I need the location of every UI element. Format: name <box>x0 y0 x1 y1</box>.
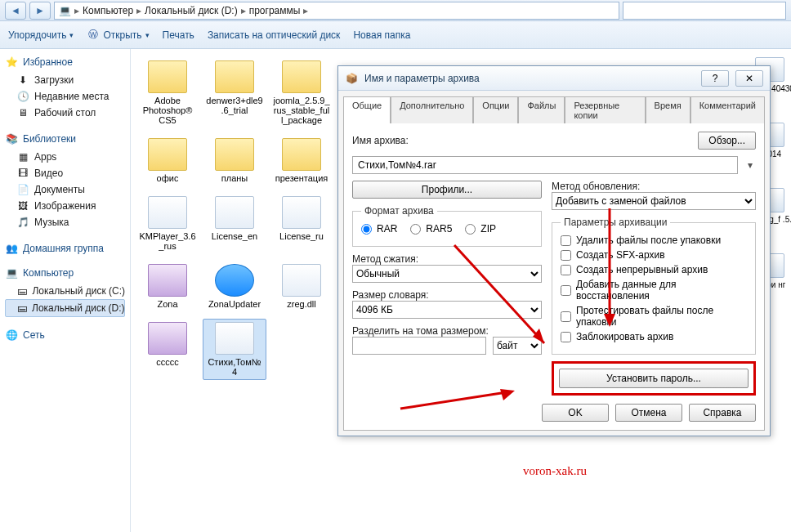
file-item[interactable]: офис <box>136 135 199 186</box>
set-password-button[interactable]: Установить пароль... <box>559 369 749 388</box>
toolbar: Упорядочить▾ ⓌОткрыть▾ Печать Записать н… <box>0 21 791 49</box>
print-button[interactable]: Печать <box>163 29 194 41</box>
computer-header[interactable]: 💻Компьютер <box>5 266 125 279</box>
sidebar-item-apps[interactable]: ▦Apps <box>5 149 125 165</box>
format-zip[interactable]: ZIP <box>465 223 496 235</box>
browse-button[interactable]: Обзор... <box>698 132 756 150</box>
password-highlight: Установить пароль... <box>552 361 756 396</box>
param-solid[interactable]: Создать непрерывный архив <box>561 264 747 275</box>
breadcrumb[interactable]: 💻 ▸ Компьютер ▸ Локальный диск (D:) ▸ пр… <box>54 2 619 20</box>
sidebar-item-music[interactable]: 🎵Музыка <box>5 214 125 230</box>
param-recovery[interactable]: Добавить данные для восстановления <box>561 279 747 302</box>
file-item[interactable]: KMPlayer_3.6_rus <box>136 193 199 254</box>
file-item[interactable]: ZonaUpdater <box>203 261 266 312</box>
winrar-icon: 📦 <box>345 72 358 85</box>
word-icon: Ⓦ <box>87 29 100 42</box>
file-item[interactable]: zreg.dll <box>270 261 333 312</box>
tab-comment[interactable]: Комментарий <box>690 96 765 123</box>
sidebar-item-video[interactable]: 🎞Видео <box>5 165 125 181</box>
update-method-select[interactable]: Добавить с заменой файлов <box>552 192 756 210</box>
format-rar[interactable]: RAR <box>361 223 397 235</box>
desktop-icon: 🖥 <box>16 106 29 119</box>
annotation-arrow <box>446 237 561 360</box>
titlebar: ◄ ► 💻 ▸ Компьютер ▸ Локальный диск (D:) … <box>0 0 791 21</box>
network-icon: 🌐 <box>5 329 18 342</box>
download-icon: ⬇ <box>16 74 29 87</box>
help-button[interactable]: Справка <box>689 404 756 422</box>
file-item[interactable]: License_en <box>203 193 266 254</box>
dialog-title: Имя и параметры архива <box>364 73 695 84</box>
sidebar-item-drive-d[interactable]: 🖴Локальный диск (D:) <box>5 299 125 317</box>
libraries-header[interactable]: 📚Библиотеки <box>5 132 125 145</box>
drive-icon: 🖴 <box>17 302 27 315</box>
homegroup-header[interactable]: 👥Домашняя группа <box>5 242 125 255</box>
file-item[interactable]: ссссс <box>136 319 199 380</box>
ok-button[interactable]: OK <box>542 404 609 422</box>
watermark: voron-xak.ru <box>523 464 587 478</box>
param-test[interactable]: Протестировать файлы после упаковки <box>561 305 747 328</box>
computer-icon: 💻 <box>58 4 71 17</box>
nav-forward-button[interactable]: ► <box>29 2 51 20</box>
file-item[interactable]: Zona <box>136 261 199 312</box>
open-button[interactable]: ⓌОткрыть▾ <box>87 29 149 42</box>
crumb-1[interactable]: Компьютер <box>83 5 133 16</box>
tab-files[interactable]: Файлы <box>518 96 565 123</box>
file-item[interactable]: планы <box>203 135 266 186</box>
dropdown-icon[interactable]: ▾ <box>744 159 756 171</box>
star-icon: ⭐ <box>5 56 18 69</box>
help-button[interactable]: ? <box>701 70 729 87</box>
svg-marker-1 <box>533 329 544 343</box>
sidebar-item-drive-c[interactable]: 🖴Локальный диск (C:) <box>5 283 125 299</box>
param-delete[interactable]: Удалить файлы после упаковки <box>561 235 747 246</box>
sidebar-item-docs[interactable]: 📄Документы <box>5 181 125 198</box>
organize-button[interactable]: Упорядочить▾ <box>8 29 74 41</box>
param-sfx[interactable]: Создать SFX-архив <box>561 249 747 261</box>
svg-line-4 <box>400 392 507 409</box>
search-input[interactable] <box>623 2 786 20</box>
sidebar-item-desktop[interactable]: 🖥Рабочий стол <box>5 105 125 121</box>
file-item[interactable]: License_ru <box>270 193 333 254</box>
sidebar-item-downloads[interactable]: ⬇Загрузки <box>5 72 125 88</box>
crumb-3[interactable]: программы <box>249 5 301 16</box>
svg-line-0 <box>454 245 544 343</box>
tab-advanced[interactable]: Дополнительно <box>391 96 473 123</box>
cancel-button[interactable]: Отмена <box>615 404 682 422</box>
dialog-titlebar[interactable]: 📦 Имя и параметры архива ? ✕ <box>338 66 770 91</box>
favorites-header[interactable]: ⭐Избранное <box>5 56 125 69</box>
tab-backup[interactable]: Резервные копии <box>565 96 645 123</box>
tab-options[interactable]: Опции <box>473 96 518 123</box>
crumb-2[interactable]: Локальный диск (D:) <box>145 5 238 16</box>
image-icon: 🖼 <box>16 199 29 212</box>
update-method-label: Метод обновления: <box>552 181 756 192</box>
apps-icon: ▦ <box>16 150 29 163</box>
library-icon: 📚 <box>5 132 18 145</box>
archive-name-input[interactable] <box>352 156 738 174</box>
tab-general[interactable]: Общие <box>343 96 391 123</box>
tab-time[interactable]: Время <box>646 96 690 123</box>
file-item[interactable]: презентация <box>270 135 333 186</box>
file-item-selected[interactable]: Стихи,Том№4 <box>203 319 266 380</box>
archive-name-label: Имя архива: <box>352 135 409 146</box>
sidebar-item-recent[interactable]: 🕓Недавние места <box>5 88 125 105</box>
format-legend: Формат архива <box>361 205 437 217</box>
doc-icon: 📄 <box>16 183 29 196</box>
file-item[interactable]: Adobe Photoshop® CS5 <box>136 57 199 128</box>
svg-marker-3 <box>604 314 615 327</box>
network-header[interactable]: 🌐Сеть <box>5 329 125 342</box>
param-lock[interactable]: Заблокировать архив <box>561 331 747 342</box>
close-button[interactable]: ✕ <box>735 70 763 87</box>
svg-marker-5 <box>500 389 515 400</box>
format-rar5[interactable]: RAR5 <box>410 223 452 235</box>
homegroup-icon: 👥 <box>5 242 18 255</box>
file-item[interactable]: denwer3+dle9.6_trial <box>203 57 266 128</box>
dialog-tabs: Общие Дополнительно Опции Файлы Резервны… <box>338 91 770 123</box>
profiles-button[interactable]: Профили... <box>352 181 542 199</box>
sidebar-item-images[interactable]: 🖼Изображения <box>5 198 125 214</box>
computer-icon: 💻 <box>5 266 18 279</box>
params-fieldset: Параметры архивации Удалить файлы после … <box>552 217 756 355</box>
nav-back-button[interactable]: ◄ <box>5 2 26 20</box>
burn-button[interactable]: Записать на оптический диск <box>208 29 341 41</box>
newfolder-button[interactable]: Новая папка <box>353 29 410 41</box>
annotation-arrow <box>597 204 622 335</box>
file-item[interactable]: joomla_2.5.9_rus_stable_full_package <box>270 57 333 128</box>
